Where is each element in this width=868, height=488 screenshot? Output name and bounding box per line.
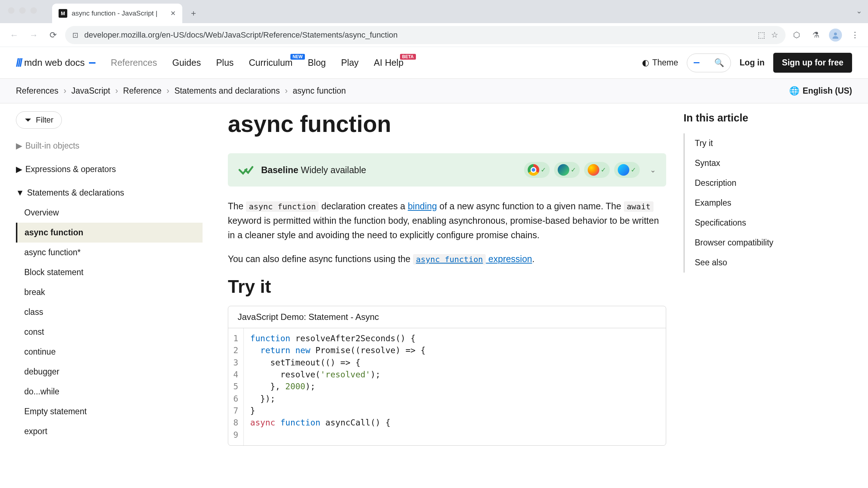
toc-item[interactable]: Description [685, 173, 817, 193]
page-title: async function [228, 111, 666, 137]
baseline-check-icon [238, 164, 254, 176]
toc-list: Try itSyntaxDescriptionExamplesSpecifica… [684, 133, 817, 273]
sidebar-item[interactable]: async function [16, 223, 203, 243]
sidebar-item[interactable]: async function* [16, 243, 203, 262]
safari-icon [618, 164, 629, 176]
filter-label: Filter [36, 115, 54, 125]
browser-tab[interactable]: M async function - JavaScript | ✕ [52, 4, 182, 23]
sidebar-item[interactable]: export [16, 421, 203, 441]
mdn-logo-text: mdn web docs [24, 57, 85, 68]
breadcrumb-item[interactable]: Reference [123, 86, 161, 96]
sidebar-item[interactable]: break [16, 282, 203, 302]
nav-link-blog[interactable]: Blog [308, 57, 326, 68]
new-tab-button[interactable]: + [186, 6, 201, 21]
login-link[interactable]: Log in [740, 58, 765, 68]
nav-link-play[interactable]: Play [341, 57, 359, 68]
sidebar-section-heading[interactable]: ▼ Statements & declarations [16, 183, 203, 203]
close-tab-icon[interactable]: ✕ [170, 9, 176, 17]
theme-toggle[interactable]: ◐ Theme [642, 58, 678, 68]
sidebar-item[interactable]: Empty statement [16, 402, 203, 421]
sidebar-section-heading[interactable]: ▶ Built-in objects [16, 136, 203, 156]
mdn-logo-icon: /// [16, 56, 21, 69]
labs-icon[interactable]: ⚗ [809, 29, 822, 42]
profile-avatar[interactable] [829, 29, 842, 42]
language-label: English (US) [803, 86, 852, 96]
theme-icon: ◐ [642, 58, 649, 68]
sidebar-item[interactable]: do...while [16, 382, 203, 402]
toc-item[interactable]: Browser compatibility [685, 233, 817, 253]
search-cursor [694, 62, 699, 63]
code-async-function: async function [246, 201, 319, 212]
sidebar-item[interactable]: debugger [16, 362, 203, 382]
sidebar-item[interactable]: Overview [16, 203, 203, 223]
nav-link-plus[interactable]: Plus [216, 57, 234, 68]
check-icon: ✓ [601, 166, 606, 174]
mdn-logo[interactable]: /// mdn web docs [16, 56, 95, 69]
filter-icon: ⏷ [24, 115, 32, 125]
check-icon: ✓ [571, 166, 576, 174]
search-input[interactable]: 🔍 [687, 53, 731, 72]
baseline-strong: Baseline [261, 165, 298, 175]
toc-item[interactable]: Syntax [685, 153, 817, 173]
window-maximize[interactable] [30, 7, 37, 14]
nav-link-guides[interactable]: Guides [172, 57, 201, 68]
code-editor[interactable]: 123456789 function resolveAfter2Seconds(… [228, 328, 666, 445]
nav-link-references[interactable]: References [111, 57, 157, 68]
nav-link-curriculum[interactable]: CurriculumNEW [249, 57, 293, 68]
sidebar-item[interactable]: Block statement [16, 262, 203, 282]
language-selector[interactable]: 🌐 English (US) [789, 86, 852, 96]
window-minimize[interactable] [19, 7, 26, 14]
baseline-rest: Widely available [298, 165, 366, 175]
code-demo-title: JavaScript Demo: Statement - Async [228, 306, 666, 328]
back-button[interactable]: ← [7, 27, 22, 43]
expand-baseline-icon[interactable]: ⌄ [650, 166, 656, 174]
badge: NEW [290, 54, 305, 60]
code-content: function resolveAfter2Seconds() { return… [244, 328, 432, 445]
install-app-icon[interactable]: ⬚ [758, 30, 765, 40]
url-text: developer.mozilla.org/en-US/docs/Web/Jav… [84, 30, 752, 40]
toc-item[interactable]: See also [685, 253, 817, 273]
toc-item[interactable]: Examples [685, 193, 817, 213]
browser-support-icons: ✓ ✓ ✓ ✓ [524, 162, 640, 178]
sidebar-item[interactable]: const [16, 322, 203, 342]
site-settings-icon[interactable]: ⊡ [72, 31, 78, 39]
baseline-text: Baseline Widely available [261, 165, 517, 175]
reload-button[interactable]: ⟳ [46, 27, 61, 43]
sidebar-item[interactable]: class [16, 302, 203, 322]
badge: BETA [400, 54, 416, 60]
sidebar-item[interactable]: continue [16, 342, 203, 362]
breadcrumb-item[interactable]: async function [293, 86, 346, 96]
filter-button[interactable]: ⏷ Filter [16, 111, 62, 129]
extensions-icon[interactable]: ⬡ [790, 29, 803, 42]
chrome-menu-icon[interactable]: ⋮ [848, 29, 861, 42]
forward-button[interactable]: → [26, 27, 41, 43]
window-close[interactable] [8, 7, 14, 14]
svg-point-0 [834, 33, 837, 35]
breadcrumb: References›JavaScript›Reference›Statemen… [16, 86, 346, 96]
breadcrumb-item[interactable]: Statements and declarations [174, 86, 280, 96]
toc-item[interactable]: Specifications [685, 213, 817, 233]
breadcrumb-item[interactable]: JavaScript [71, 86, 110, 96]
disclosure-icon: ▼ [16, 188, 24, 198]
intro-paragraph-2: You can also define async functions usin… [228, 252, 666, 266]
signup-button[interactable]: Sign up for free [773, 53, 852, 73]
disclosure-icon: ▶ [16, 141, 22, 151]
breadcrumb-separator: › [285, 86, 288, 96]
nav-link-ai-help[interactable]: AI HelpBETA [374, 57, 404, 68]
address-bar[interactable]: ⊡ developer.mozilla.org/en-US/docs/Web/J… [65, 26, 786, 44]
tabs-dropdown-icon[interactable]: ⌄ [856, 7, 862, 15]
link-async-function-expression[interactable]: async function expression [413, 254, 532, 264]
main-layout: ⏷ Filter ▶ Built-in objects▶ Expressions… [0, 103, 868, 488]
disclosure-icon: ▶ [16, 164, 22, 174]
bookmark-icon[interactable]: ☆ [771, 30, 778, 40]
link-binding[interactable]: binding [408, 201, 437, 211]
breadcrumb-row: References›JavaScript›Reference›Statemen… [0, 79, 868, 103]
breadcrumb-separator: › [64, 86, 67, 96]
globe-icon: 🌐 [789, 86, 800, 96]
toc-item[interactable]: Try it [685, 133, 817, 153]
baseline-box: Baseline Widely available ✓ ✓ ✓ ✓ ⌄ [228, 153, 666, 187]
sidebar-section-heading[interactable]: ▶ Expressions & operators [16, 159, 203, 179]
breadcrumb-item[interactable]: References [16, 86, 59, 96]
toc-heading: In this article [684, 112, 817, 124]
firefox-icon [588, 164, 599, 176]
